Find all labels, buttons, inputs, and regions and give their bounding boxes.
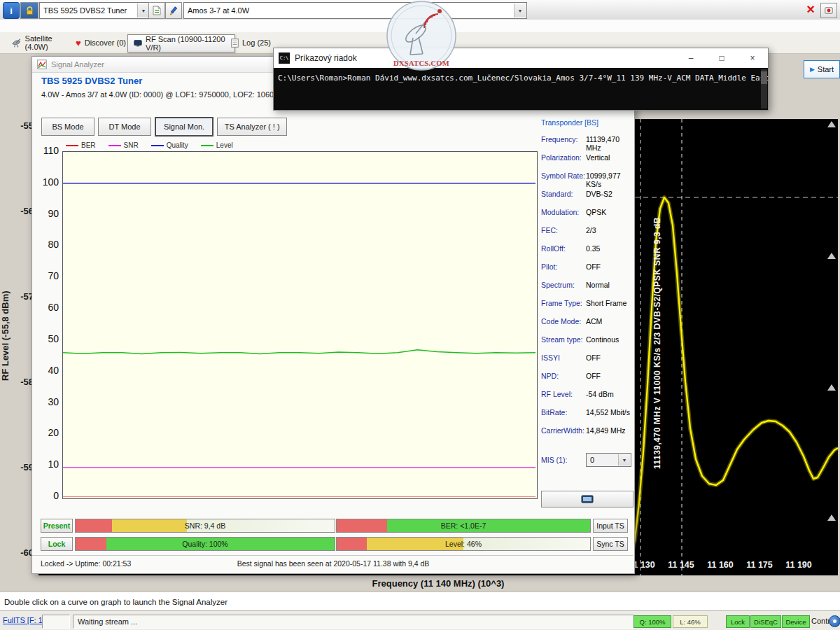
control-icon-dot bbox=[833, 620, 836, 623]
cmd-scrollbar-thumb[interactable] bbox=[761, 71, 767, 84]
field-label: CarrierWidth: bbox=[541, 426, 586, 435]
cmd-scrollbar[interactable] bbox=[761, 69, 767, 108]
spectrum-x-axis-title: Frequency (11 140 MHz) (10^3) bbox=[38, 578, 838, 589]
lock-icon bbox=[25, 6, 34, 15]
legend-label: Level bbox=[216, 141, 233, 149]
satellite-select[interactable]: Amos 3-7 at 4.0W ▼ bbox=[183, 2, 527, 19]
field-value: OFF bbox=[586, 262, 632, 271]
power-button[interactable] bbox=[820, 3, 837, 18]
device-button[interactable]: Device bbox=[782, 615, 810, 628]
quality-meter: Quality: 100% bbox=[75, 537, 335, 551]
legend-label: Quality bbox=[167, 141, 188, 149]
chevron-down-icon[interactable]: ▼ bbox=[137, 4, 149, 18]
monitor-y-tick: 90 bbox=[38, 208, 59, 219]
satellite-dish-icon bbox=[11, 38, 22, 48]
field-value: 2/3 bbox=[586, 226, 632, 234]
spectrum-y-axis-title: RF Level (-55,8 dBm) bbox=[0, 231, 11, 441]
transponder-row: Spectrum:Normal bbox=[541, 281, 632, 299]
tab-ts-analyzer[interactable]: TS Analyzer ( ! ) bbox=[217, 118, 287, 136]
monitor-line-level[interactable] bbox=[63, 350, 536, 354]
cmd-title: Príkazový riadok bbox=[295, 53, 676, 63]
monitor-chart[interactable] bbox=[62, 151, 538, 499]
field-value: ACM bbox=[586, 317, 632, 326]
field-label: RollOff: bbox=[541, 244, 586, 253]
maximize-button[interactable]: □ bbox=[706, 49, 737, 68]
tab-bs-mode[interactable]: BS Mode bbox=[41, 118, 94, 136]
legend-item: Level bbox=[201, 141, 233, 149]
cmd-titlebar[interactable]: C:\ Príkazový riadok – □ × bbox=[274, 48, 768, 68]
field-value: 10999,977 KS/s bbox=[586, 172, 632, 188]
diseqc-button[interactable]: DiSEqC bbox=[750, 615, 781, 628]
sync-ts-button[interactable]: Sync TS bbox=[593, 537, 628, 551]
field-value: 11139,470 MHz bbox=[586, 135, 632, 152]
mis-label: MIS (1): bbox=[541, 456, 582, 464]
monitor-y-tick: 20 bbox=[38, 427, 59, 438]
application-window: i TBS 5925 DVBS2 Tuner ▼ Amos 3-7 at 4.0… bbox=[0, 0, 840, 630]
y-tick: -58 bbox=[11, 377, 34, 387]
heart-icon: ♥ bbox=[76, 38, 81, 48]
field-label: Frame Type: bbox=[541, 299, 586, 307]
field-value: DVB-S2 bbox=[586, 190, 632, 198]
y-tick: -56 bbox=[11, 206, 34, 216]
control-icon[interactable] bbox=[829, 615, 840, 627]
cmd-terminal[interactable]: C:\Users\Roman>Roman Dávid_www.dxsatcs.c… bbox=[274, 68, 768, 110]
field-label: ISSYI bbox=[541, 354, 586, 362]
monitor-icon bbox=[134, 39, 142, 48]
tab-satellite[interactable]: Satellite (4.0W) bbox=[6, 34, 78, 51]
tab-discover-label: Discover (0) bbox=[85, 38, 126, 47]
field-label: Frequency: bbox=[541, 135, 586, 144]
lock-button[interactable] bbox=[20, 2, 38, 19]
lock-uptime-status: Locked -> Uptime: 00:21:53 bbox=[41, 559, 131, 568]
app-icon: i bbox=[3, 2, 20, 19]
edit-transponder-button[interactable] bbox=[148, 2, 165, 19]
mis-select[interactable]: 0 ▼ bbox=[586, 453, 631, 467]
hint-text: Double click on a curve on graph to laun… bbox=[0, 592, 840, 611]
y-tick: -59 bbox=[11, 462, 34, 472]
mis-select-value: 0 bbox=[590, 456, 594, 464]
input-ts-button[interactable]: Input TS bbox=[593, 519, 628, 533]
marker-arrow-icon bbox=[827, 121, 836, 127]
edit-satellite-button[interactable] bbox=[165, 2, 182, 19]
transponder-row: ISSYIOFF bbox=[541, 354, 632, 372]
best-signal-status: Best signal has been seen at 2020-05-17 … bbox=[165, 559, 501, 568]
chevron-down-icon[interactable]: ▼ bbox=[514, 4, 526, 18]
transponder-panel: Frequency:11139,470 MHz Polarization:Ver… bbox=[541, 135, 632, 444]
start-button[interactable]: ▶ Start bbox=[804, 60, 840, 78]
field-value: Vertical bbox=[586, 153, 632, 162]
lock-status-button[interactable]: Lock bbox=[726, 615, 750, 628]
close-icon: × bbox=[806, 1, 815, 18]
tab-signal-mon[interactable]: Signal Mon. bbox=[155, 117, 214, 136]
field-label: Modulation: bbox=[541, 208, 586, 216]
close-button[interactable]: × bbox=[737, 49, 768, 68]
x-tick: 11 160 bbox=[707, 560, 734, 570]
tab-rf-scan[interactable]: RF Scan (10900-11200 V/R) bbox=[127, 34, 235, 52]
monitor-y-tick: 40 bbox=[38, 365, 59, 376]
field-label: Polarization: bbox=[541, 153, 586, 162]
minimize-button[interactable]: – bbox=[676, 49, 706, 68]
carrier-marker-label: 11139,470 MHz V 11000 KS/s 2/3 DVB-S2/QP… bbox=[652, 217, 662, 469]
field-value: -54 dBm bbox=[586, 390, 632, 398]
analyzer-statusbar: Locked -> Uptime: 00:21:53 Best signal h… bbox=[32, 555, 633, 573]
analyzer-tabs: BS Mode DT Mode Signal Mon. TS Analyzer … bbox=[41, 117, 288, 136]
tab-dt-mode[interactable]: DT Mode bbox=[98, 118, 151, 136]
close-app-button[interactable]: × bbox=[802, 1, 819, 18]
start-button-label: Start bbox=[818, 65, 834, 74]
field-label: Pilot: bbox=[541, 262, 586, 271]
snapshot-button[interactable] bbox=[541, 491, 634, 507]
transponder-row: Symbol Rate:10999,977 KS/s bbox=[541, 172, 632, 190]
chevron-down-icon[interactable]: ▼ bbox=[618, 454, 630, 465]
document-icon bbox=[153, 6, 161, 15]
transponder-row: Polarization:Vertical bbox=[541, 153, 632, 172]
marker-arrow-icon bbox=[827, 384, 836, 391]
field-value: Normal bbox=[586, 281, 632, 289]
fullts-link[interactable]: FullTS [F: 1] bbox=[3, 616, 45, 624]
transponder-row: Standard:DVB-S2 bbox=[541, 190, 632, 208]
transponder-row: BitRate:14,552 Mbit/s bbox=[541, 408, 632, 426]
field-value: OFF bbox=[586, 354, 632, 362]
y-tick: -55 bbox=[11, 120, 34, 131]
top-toolbar: i TBS 5925 DVBS2 Tuner ▼ Amos 3-7 at 4.0… bbox=[0, 0, 840, 20]
tuner-select[interactable]: TBS 5925 DVBS2 Tuner ▼ bbox=[39, 2, 150, 19]
lock-indicator: Lock bbox=[41, 537, 73, 551]
transponder-row: RF Level:-54 dBm bbox=[541, 390, 632, 408]
field-value: 0.35 bbox=[586, 244, 632, 253]
